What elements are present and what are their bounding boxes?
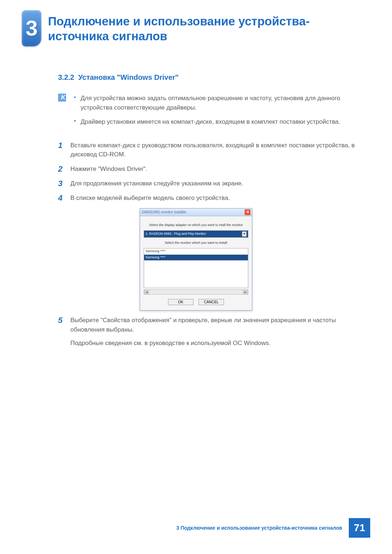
step-number: 4 <box>58 193 66 203</box>
installer-title-text: SAMSUNG monitor installer <box>142 209 187 215</box>
section-title: Установка "Windows Driver" <box>78 73 179 81</box>
chapter-number: 3 <box>25 12 37 45</box>
installer-window: SAMSUNG monitor installer ✕ Select the d… <box>140 208 252 311</box>
chevron-down-icon: ▾ <box>242 231 246 237</box>
ok-button[interactable]: OK <box>168 299 193 305</box>
step-text: Вставьте компакт-диск с руководством пол… <box>70 141 370 159</box>
monitor-label: Select the monitor which you want to ins… <box>144 241 248 246</box>
step: 3 Для продолжения установки следуйте ука… <box>58 179 370 188</box>
step: 1 Вставьте компакт-диск с руководством п… <box>58 141 370 159</box>
step-text: В списке моделей выберите модель своего … <box>70 193 370 203</box>
installer-titlebar: SAMSUNG monitor installer ✕ <box>140 209 252 216</box>
step-number: 2 <box>58 164 66 174</box>
note-item: Драйвер установки имеется на компакт-дис… <box>74 117 370 127</box>
monitor-list[interactable]: Samsung **** Samsung **** <box>144 248 248 288</box>
list-item[interactable]: Samsung **** <box>144 255 248 261</box>
screenshot: SAMSUNG monitor installer ✕ Select the d… <box>22 208 370 311</box>
scroll-left-icon[interactable]: ◂ <box>144 290 149 294</box>
step-text: Для продолжения установки следуйте указа… <box>70 179 370 188</box>
footer-text: 3 Подключение и использование устройства… <box>170 518 349 538</box>
note-item: Для устройства можно задать оптимальное … <box>74 94 370 112</box>
step-text: Нажмите "Windows Driver". <box>70 164 370 174</box>
section-heading: 3.2.2 Установка "Windows Driver" <box>58 72 370 83</box>
horizontal-scrollbar[interactable]: ◂ ▸ <box>144 290 248 295</box>
section-number: 3.2.2 <box>58 73 74 81</box>
chapter-title: Подключение и использование устройства-и… <box>48 10 370 44</box>
steps-list: 1 Вставьте компакт-диск с руководством п… <box>58 141 370 203</box>
list-item[interactable]: Samsung **** <box>144 249 248 255</box>
scroll-right-icon[interactable]: ▸ <box>243 290 248 294</box>
close-icon[interactable]: ✕ <box>245 209 250 215</box>
page-footer: 3 Подключение и использование устройства… <box>0 518 392 538</box>
chapter-number-badge: 3 <box>22 10 41 46</box>
step: 5 Выберите "Свойства отображения" и пров… <box>58 316 370 348</box>
step: 2 Нажмите "Windows Driver". <box>58 164 370 174</box>
step-number: 1 <box>58 141 66 159</box>
page-number: 71 <box>349 518 370 538</box>
adapter-dropdown[interactable]: 1. RADEON 9550 : Plug and Play Monitor ▾ <box>144 230 248 238</box>
step-text: Выберите "Свойства отображения" и провер… <box>70 316 370 348</box>
note-list: Для устройства можно задать оптимальное … <box>74 94 370 132</box>
step-number: 3 <box>58 179 66 188</box>
note-block: K Для устройства можно задать оптимально… <box>58 94 370 132</box>
adapter-selected: 1. RADEON 9550 : Plug and Play Monitor <box>146 231 206 237</box>
chapter-header: 3 Подключение и использование устройства… <box>22 10 370 46</box>
note-icon: K <box>58 94 68 102</box>
adapter-label: Select the display adapter on which you … <box>144 223 248 228</box>
steps-list-cont: 5 Выберите "Свойства отображения" и пров… <box>58 316 370 348</box>
cancel-button[interactable]: CANCEL <box>199 299 224 305</box>
step: 4 В списке моделей выберите модель своег… <box>58 193 370 203</box>
step-number: 5 <box>58 316 66 348</box>
